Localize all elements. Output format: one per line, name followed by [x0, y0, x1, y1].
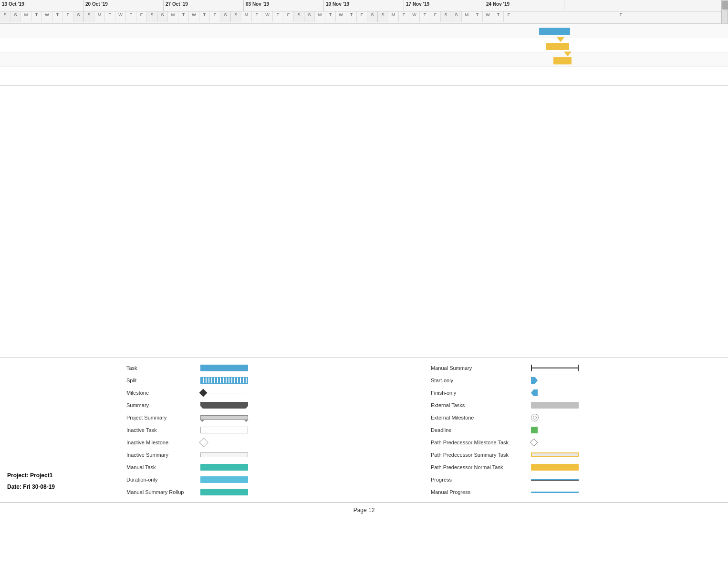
- legend-visual-inactive-task: [200, 427, 248, 433]
- gantt-bar-yellow-2: [553, 57, 572, 64]
- legend-item-finish-only: Finish-only: [431, 387, 721, 399]
- page-label: Page 12: [354, 507, 375, 514]
- week-cell: 03 Nov '19: [244, 0, 324, 11]
- day-cell: F: [283, 11, 294, 22]
- legend-label-split: Split: [126, 378, 196, 383]
- legend-item-path-summary: Path Predecessor Summary Task: [431, 449, 721, 461]
- legend-label-finish-only: Finish-only: [431, 390, 526, 396]
- legend-item-inactive-milestone: Inactive Milestone: [126, 436, 416, 449]
- legend-label-manual-summary-rollup: Manual Summary Rollup: [126, 489, 196, 495]
- legend-col-left: Task Split Milestone: [119, 358, 424, 502]
- legend-label-path-normal: Path Predecessor Normal Task: [431, 464, 526, 470]
- day-cell: S: [231, 11, 241, 22]
- legend-label-path-summary: Path Predecessor Summary Task: [431, 452, 526, 458]
- legend-visual-start-only: [531, 377, 538, 384]
- day-cell: F: [357, 11, 367, 22]
- scrollbar-thumb[interactable]: [722, 1, 728, 10]
- legend-item-split: Split: [126, 374, 416, 387]
- scrollbar[interactable]: [721, 0, 728, 24]
- day-cell: S: [294, 11, 304, 22]
- legend-label-summary: Summary: [126, 402, 196, 408]
- legend-label-inactive-milestone: Inactive Milestone: [126, 440, 196, 445]
- day-cell: S: [378, 11, 388, 22]
- legend-visual-finish-only: [531, 389, 538, 396]
- legend-visual-external-tasks: [531, 402, 579, 409]
- legend-item-task: Task: [126, 362, 416, 374]
- legend-col-right: Manual Summary Start-only Finish-only: [424, 358, 728, 502]
- legend-item-inactive-summary: Inactive Summary: [126, 449, 416, 461]
- day-cell: M: [315, 11, 325, 22]
- legend-label-duration-only: Duration-only: [126, 477, 196, 483]
- day-cell: W: [336, 11, 346, 22]
- gantt-arrow-2: [564, 52, 572, 56]
- day-cell: T: [399, 11, 409, 22]
- legend-visual-manual-summary: [531, 365, 579, 371]
- legend-item-deadline: Deadline: [431, 424, 721, 436]
- day-cell: F: [514, 11, 728, 22]
- legend-item-milestone: Milestone: [126, 387, 416, 399]
- day-cell: F: [504, 11, 514, 22]
- project-name: Project: Project1: [7, 470, 112, 481]
- day-cell: T: [346, 11, 357, 22]
- day-cell: T: [126, 11, 136, 22]
- legend-visual-manual-task: [200, 464, 248, 471]
- legend-item-path-milestone: Path Predecessor Milestone Task: [431, 436, 721, 449]
- project-date: Date: Fri 30-08-19: [7, 481, 112, 493]
- week-cell: 24 Nov '19: [484, 0, 564, 11]
- day-cell: M: [168, 11, 178, 22]
- project-info: Project: Project1 Date: Fri 30-08-19: [7, 470, 112, 493]
- legend-visual-split: [200, 377, 248, 384]
- legend-item-manual-task: Manual Task: [126, 461, 416, 473]
- legend-visual-milestone: [200, 390, 248, 396]
- day-cell: M: [241, 11, 252, 22]
- legend-item-duration-only: Duration-only: [126, 473, 416, 486]
- legend-label-milestone: Milestone: [126, 390, 196, 396]
- day-cell: M: [21, 11, 31, 22]
- legend-label-inactive-summary: Inactive Summary: [126, 452, 196, 458]
- day-cell: W: [42, 11, 52, 22]
- legend-visual-manual-progress: [531, 492, 579, 493]
- day-cell: W: [483, 11, 493, 22]
- legend-visual-duration-only: [200, 476, 248, 483]
- day-cell: W: [115, 11, 126, 22]
- legend-item-external-tasks: External Tasks: [431, 399, 721, 411]
- day-cell: S: [220, 11, 231, 22]
- legend-info-panel: Project: Project1 Date: Fri 30-08-19: [0, 358, 119, 502]
- legend-label-manual-summary: Manual Summary: [431, 365, 526, 371]
- day-cell: F: [136, 11, 147, 22]
- day-cell: T: [325, 11, 336, 22]
- legend-visual-path-milestone: [531, 440, 537, 445]
- legend-label-manual-task: Manual Task: [126, 464, 196, 470]
- day-cell: S: [367, 11, 378, 22]
- legend-label-inactive-task: Inactive Task: [126, 427, 196, 433]
- empty-chart-area: [0, 86, 728, 358]
- day-cell: T: [493, 11, 504, 22]
- gantt-header: 13 Oct '19 20 Oct '19 27 Oct '19 03 Nov …: [0, 0, 728, 24]
- legend-item-manual-progress: Manual Progress: [431, 486, 721, 498]
- day-cell: W: [409, 11, 420, 22]
- day-cell: T: [472, 11, 483, 22]
- week-cell-remainder: [564, 0, 728, 11]
- day-cell: M: [94, 11, 105, 22]
- gantt-bar-blue: [539, 28, 570, 35]
- legend-item-inactive-task: Inactive Task: [126, 424, 416, 436]
- week-cell: 27 Oct '19: [164, 0, 244, 11]
- day-cell: S: [10, 11, 21, 22]
- day-row: S S M T W T F S S M T W T F S S M T W T …: [0, 11, 728, 22]
- legend-item-manual-summary-rollup: Manual Summary Rollup: [126, 486, 416, 498]
- day-cell: T: [420, 11, 430, 22]
- week-cell: 17 Nov '19: [404, 0, 484, 11]
- legend-label-external-milestone: External Milestone: [431, 415, 526, 420]
- day-cell: F: [63, 11, 73, 22]
- day-cell: W: [189, 11, 199, 22]
- day-cell: T: [252, 11, 262, 22]
- day-cell: S: [451, 11, 462, 22]
- day-cell: T: [199, 11, 210, 22]
- day-cell: S: [84, 11, 94, 22]
- legend-columns: Task Split Milestone: [119, 358, 728, 502]
- day-cell: F: [210, 11, 220, 22]
- legend-item-start-only: Start-only: [431, 374, 721, 387]
- legend-visual-manual-summary-rollup: [200, 489, 248, 495]
- gantt-row-3: [0, 52, 728, 67]
- legend-item-summary: Summary: [126, 399, 416, 411]
